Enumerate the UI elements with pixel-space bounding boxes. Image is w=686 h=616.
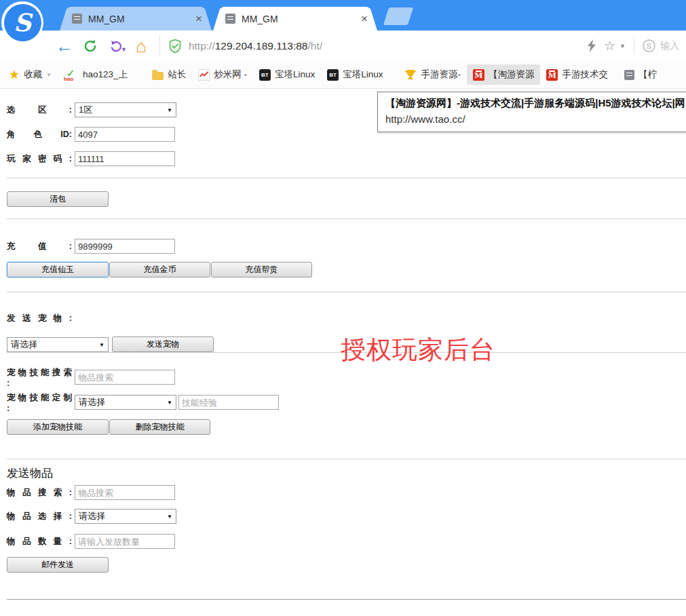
page-favicon-icon [225, 14, 235, 24]
item-amount-label: 物 品 数 量 : [7, 536, 72, 547]
toolbar-right-group: 输入 [585, 36, 679, 56]
bookmark-label: 宝塔Linux [275, 69, 315, 81]
bookmark-label: hao123_上 [83, 69, 128, 81]
bookmark-shouyou-ziyuan[interactable]: 手游资源- [398, 64, 467, 85]
folder-icon [152, 72, 164, 80]
item-search-input[interactable] [75, 485, 175, 500]
zone-select[interactable]: 1区 [75, 102, 176, 117]
role-id-label: 角 色 ID: [7, 129, 72, 140]
item-select-value: 请选择 [79, 510, 105, 522]
url-text: http://129.204.189.113:88/ht/ [189, 40, 322, 52]
star-icon [9, 67, 20, 82]
delete-pet-skill-button[interactable]: 删除宠物技能 [109, 419, 210, 435]
home-icon[interactable] [131, 36, 151, 56]
browser-tab-active[interactable]: MM_GM [213, 7, 377, 31]
item-select-label: 物 品 选 择 : [7, 511, 72, 522]
zone-select-value: 1区 [79, 104, 92, 116]
player-password-input[interactable] [75, 151, 175, 166]
send-pet-select[interactable]: 请选择 [7, 337, 109, 352]
page-bottom-divider [7, 599, 686, 600]
bookmark-label: 手游资源- [421, 69, 461, 81]
bt-panel-icon [259, 69, 271, 81]
tab-title: MM_GM [88, 14, 194, 24]
page-favicon-icon [72, 14, 82, 24]
bookmark-chaomiwang[interactable]: 炒米网 - [192, 64, 253, 85]
tooltip-url: http://www.tao.cc/ [385, 111, 686, 127]
browser-titlebar: MM_GM MM_GM [0, 0, 686, 31]
bookmarks-bar: 收藏 hao123_上 站长 炒米网 - 宝塔Linux 宝塔Linux 手游资… [0, 61, 686, 89]
bookmark-hao123[interactable]: hao123_上 [58, 64, 134, 85]
lightning-icon[interactable] [585, 36, 598, 56]
bookmark-shouyou-jishu[interactable]: 手游技术交 [540, 64, 614, 85]
pet-skill-custom-label: 宠 物 技 能 定 制 : [7, 392, 72, 413]
tooltip-title: 【淘游资源网】-游戏技术交流|手游服务端源码|H5游戏技术论坛|网 [385, 95, 686, 111]
chevron-down-icon[interactable] [620, 43, 626, 50]
bookmark-favorites[interactable]: 收藏 [3, 63, 58, 86]
bt-panel-icon [327, 69, 339, 81]
role-id-input[interactable] [75, 127, 175, 142]
recharge-banggong-button[interactable]: 充值帮贡 [211, 262, 312, 277]
pet-skill-select-value: 请选择 [79, 396, 105, 408]
toolbar-divider [634, 38, 634, 54]
refresh-icon[interactable] [80, 36, 100, 56]
bookmark-label: 【淘游资源 [489, 69, 535, 81]
new-tab-button[interactable] [383, 7, 413, 25]
bookmark-baota-1[interactable]: 宝塔Linux [253, 64, 321, 85]
close-tab-icon[interactable] [194, 13, 204, 24]
browser-tab-inactive[interactable]: MM_GM [60, 7, 212, 31]
bookmark-baota-2[interactable]: 宝塔Linux [321, 64, 389, 85]
bookmark-taoyou-ziyuan[interactable]: 【淘游资源 [467, 64, 541, 85]
address-bar[interactable]: http://129.204.189.113:88/ht/ [159, 35, 579, 57]
browser-toolbar: http://129.204.189.113:88/ht/ 输入 [0, 31, 686, 61]
bookmark-label: 站长 [168, 69, 186, 81]
m-logo-icon [473, 69, 484, 81]
bookmark-ning[interactable]: 【柠 [618, 64, 663, 85]
mail-send-button[interactable]: 邮件发送 [7, 557, 109, 573]
recharge-label: 充 值 : [7, 241, 72, 252]
bookmark-label: 炒米网 - [214, 69, 247, 81]
bookmark-label: 【柠 [639, 69, 657, 81]
bookmark-tooltip: 【淘游资源网】-游戏技术交流|手游服务端源码|H5游戏技术论坛|网 http:/… [377, 92, 686, 132]
close-tab-icon[interactable] [360, 13, 369, 24]
send-pet-select-value: 请选择 [11, 339, 37, 351]
player-password-label: 玩 家 密 码 : [7, 153, 72, 165]
page-watermark: 授权玩家后台 [341, 333, 495, 367]
hao123-icon [64, 69, 79, 81]
pet-skill-exp-input[interactable] [178, 395, 279, 410]
recharge-xianyu-button[interactable]: 充值仙玉 [7, 262, 109, 277]
tab-title: MM_GM [242, 14, 360, 24]
item-amount-input[interactable] [75, 534, 175, 549]
search-hint-text[interactable]: 输入 [660, 40, 679, 52]
sogou-logo-icon[interactable] [1, 1, 43, 43]
add-pet-skill-button[interactable]: 添加宠物技能 [7, 419, 109, 435]
send-pet-label: 发 送 宠 物 : [7, 313, 72, 324]
bookmark-zhanzhang[interactable]: 站长 [146, 64, 192, 85]
m-logo-icon [546, 69, 558, 81]
sogou-search-icon[interactable] [643, 39, 655, 52]
chart-line-icon [198, 69, 210, 81]
bookmark-label: 手游技术交 [562, 69, 608, 81]
chevron-down-icon [46, 72, 52, 78]
item-select[interactable]: 请选择 [75, 509, 176, 524]
send-pet-button[interactable]: 发送宠物 [112, 336, 214, 352]
pet-skill-search-input[interactable] [75, 370, 175, 385]
security-shield-icon[interactable] [168, 39, 182, 54]
clear-bag-button[interactable]: 清包 [7, 191, 109, 207]
pet-skill-custom-select[interactable]: 请选择 [75, 395, 176, 410]
trophy-icon [404, 69, 417, 81]
recharge-amount-input[interactable] [75, 239, 175, 254]
undo-dropdown-icon[interactable] [121, 46, 127, 53]
gm-admin-page: 授权玩家后台 选 区 : 1区 角 色 ID: 玩 家 密 码 : 清包 充 值… [0, 102, 686, 616]
zone-label: 选 区 : [7, 104, 72, 116]
send-item-heading: 发送物品 [7, 465, 686, 481]
document-icon [624, 70, 634, 80]
item-search-label: 物 品 搜 索 : [7, 487, 72, 499]
section-divider [7, 218, 686, 219]
recharge-gold-button[interactable]: 充值金币 [109, 262, 210, 277]
bookmark-label: 宝塔Linux [343, 69, 383, 81]
section-divider [7, 178, 686, 178]
bookmark-star-icon[interactable] [604, 38, 615, 54]
bookmark-label: 收藏 [24, 69, 42, 81]
section-divider [7, 459, 686, 459]
back-icon[interactable] [54, 36, 75, 56]
